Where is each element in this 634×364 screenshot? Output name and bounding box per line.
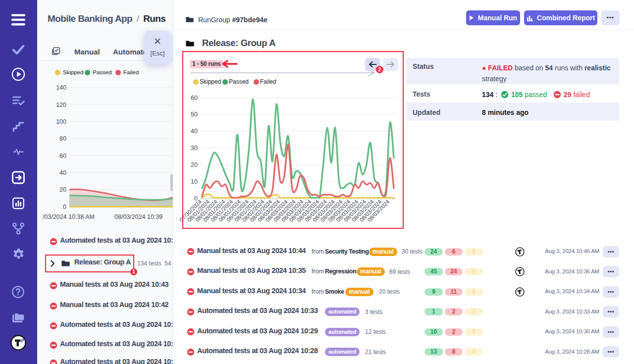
svg-text:/03/2024 10:38 AM: /03/2024 10:38 AM (43, 213, 95, 220)
svg-text:140: 140 (56, 84, 66, 91)
svg-text:0: 0 (63, 204, 66, 210)
svg-text:60: 60 (59, 153, 66, 159)
svg-text:20: 20 (59, 186, 66, 193)
svg-text:100: 100 (56, 118, 66, 125)
svg-text:08/03/2024 10:39: 08/03/2024 10:39 (114, 213, 162, 220)
svg-text:80: 80 (59, 135, 66, 142)
svg-text:120: 120 (56, 102, 66, 108)
svg-text:40: 40 (59, 169, 66, 176)
